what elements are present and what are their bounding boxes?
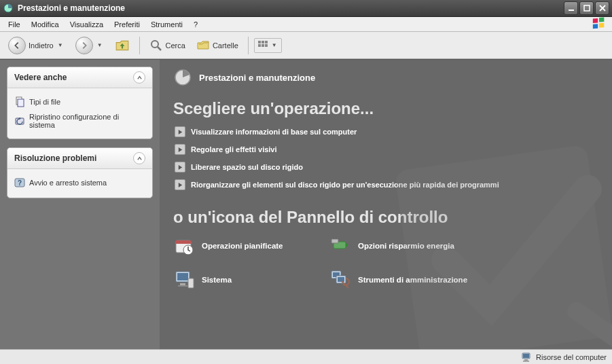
icon-power-options[interactable]: Opzioni risparmio energia [329,235,506,257]
collapse-button[interactable] [133,152,145,164]
toolbar-separator [139,37,140,54]
svg-rect-3 [593,18,598,23]
task-defragment-disk[interactable]: Riorganizzare gli elementi sul disco rig… [175,179,598,190]
task-label: Regolare gli effetti visivi [191,145,277,153]
svg-rect-16 [18,99,24,107]
menu-file[interactable]: File [3,18,26,31]
views-button[interactable]: ▼ [254,38,282,53]
task-view-system-info[interactable]: Visualizzare informazioni di base sul co… [175,126,598,137]
folders-button[interactable]: Cartelle [192,37,242,54]
panel-see-also: Vedere anche Tipi di file Ripristino con [7,67,153,139]
views-dropdown-icon[interactable]: ▼ [270,42,278,48]
svg-rect-1 [569,10,574,11]
svg-rect-27 [346,244,348,247]
svg-rect-14 [265,44,268,47]
scheduled-tasks-icon [173,235,195,257]
svg-text:?: ? [18,179,22,187]
close-button[interactable] [595,1,609,15]
svg-rect-32 [178,285,187,287]
link-file-types[interactable]: Tipi di file [14,94,145,110]
forward-dropdown-icon[interactable]: ▼ [96,42,104,48]
icon-label: Operazioni pianificate [202,242,283,250]
file-types-icon [14,96,25,107]
toolbar-separator-2 [248,37,249,54]
svg-rect-24 [176,240,191,244]
task-label: Liberare spazio sul disco rigido [191,163,303,171]
menu-tools[interactable]: Strumenti [145,18,188,31]
arrow-right-icon [175,144,185,155]
svg-rect-31 [180,283,185,285]
icon-scheduled-tasks[interactable]: Operazioni pianificate [173,235,323,257]
task-free-disk-space[interactable]: Liberare spazio sul disco rigido [175,162,598,172]
svg-rect-39 [523,354,529,358]
power-options-icon [329,235,351,257]
menu-view[interactable]: Visualizza [65,18,109,31]
restore-icon [14,115,25,126]
system-icon [173,269,195,291]
folders-label: Cartelle [213,41,238,50]
link-label: Avvio e arresto sistema [29,179,107,187]
my-computer-icon [521,352,532,363]
back-dropdown-icon[interactable]: ▼ [56,42,65,48]
search-button[interactable]: Cerca [145,37,190,54]
arrow-right-icon [175,162,185,172]
icon-label: Sistema [202,276,232,284]
panel-header-troubleshoot[interactable]: Risoluzione problemi [7,148,152,169]
panel-troubleshoot: Risoluzione problemi ? Avvio e arresto s… [7,147,153,198]
main-area: Vedere anche Tipi di file Ripristino con [0,59,612,349]
maximize-button[interactable] [579,1,594,15]
task-adjust-visual-effects[interactable]: Regolare gli effetti visivi [175,144,598,155]
back-button[interactable]: Indietro ▼ [4,35,69,56]
up-button[interactable] [111,37,134,54]
minimize-button[interactable] [564,1,578,15]
svg-rect-6 [599,22,604,27]
window-title: Prestazioni e manutenzione [18,3,125,13]
panel-body: ? Avvio e arresto sistema [7,169,152,198]
svg-rect-41 [523,361,529,362]
icon-admin-tools[interactable]: Strumenti di amministrazione [329,269,506,291]
panel-header-see-also[interactable]: Vedere anche [7,67,152,88]
svg-rect-40 [524,359,528,361]
svg-rect-2 [584,5,590,11]
titlebar: Prestazioni e manutenzione [0,0,612,17]
views-icon [257,40,268,51]
menu-favorites[interactable]: Preferiti [109,18,145,31]
menu-edit[interactable]: Modifica [26,18,65,31]
collapse-button[interactable] [133,71,145,84]
icon-grid: Operazioni pianificate Opzioni risparmio… [173,235,598,291]
menubar: File Modifica Visualizza Preferiti Strum… [0,17,612,32]
back-label: Indietro [29,41,54,50]
content: Prestazioni e manutenzione Scegliere un'… [160,60,612,349]
svg-rect-30 [177,273,188,280]
svg-rect-13 [262,44,264,47]
panel-body: Tipi di file Ripristino configurazione d… [7,88,152,139]
category-title: Prestazioni e manutenzione [199,73,315,83]
svg-rect-28 [331,239,338,243]
task-label: Visualizzare informazioni di base sul co… [191,128,357,136]
performance-category-icon [173,68,192,87]
window-controls [564,1,609,15]
svg-rect-5 [593,24,598,29]
panel-title: Risoluzione problemi [14,153,96,163]
task-label: Riorganizzare gli elementi sul disco rig… [191,181,499,189]
icon-system[interactable]: Sistema [173,269,323,291]
forward-button[interactable]: ▼ [71,35,108,56]
arrow-right-icon [175,126,185,137]
back-arrow-icon [8,37,26,54]
windows-logo-icon [589,17,609,32]
icon-label: Strumenti di amministrazione [358,276,467,284]
sidebar: Vedere anche Tipi di file Ripristino con [0,60,160,349]
menu-help[interactable]: ? [188,18,203,31]
panel-title: Vedere anche [14,73,67,82]
admin-tools-icon [329,269,351,291]
svg-rect-4 [599,17,604,22]
svg-rect-37 [338,277,344,282]
folders-icon [196,39,210,52]
search-icon [149,39,163,52]
link-system-restore[interactable]: Ripristino configurazione di sistema [14,110,145,132]
link-startup-shutdown[interactable]: ? Avvio e arresto sistema [14,175,145,191]
forward-arrow-icon [75,37,93,54]
svg-rect-11 [265,41,268,43]
arrow-right-icon [175,179,185,190]
link-label: Ripristino configurazione di sistema [29,113,145,129]
